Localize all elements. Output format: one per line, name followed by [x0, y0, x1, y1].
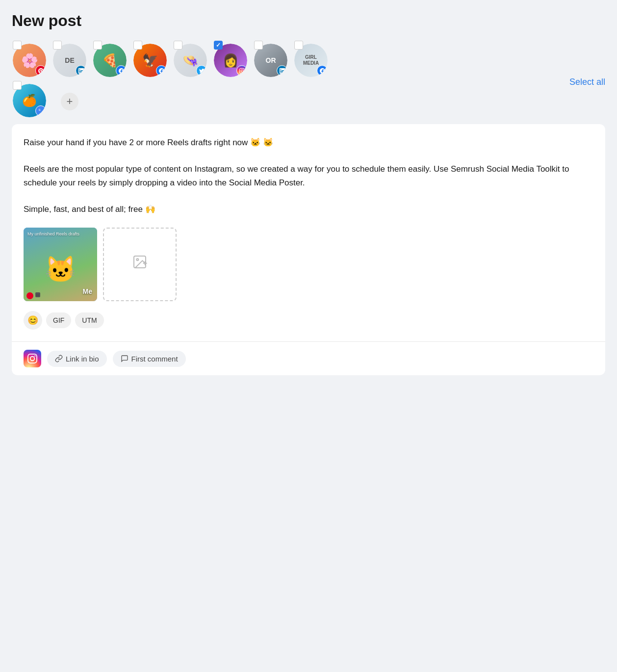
account-gmb[interactable]: 🍊 G — [12, 80, 47, 115]
account-checkbox-2[interactable] — [53, 41, 62, 50]
account-checkbox-8[interactable] — [294, 41, 303, 50]
svg-text:G: G — [38, 108, 40, 111]
comment-icon — [121, 355, 129, 362]
bottom-bar: Link in bio First comment — [12, 341, 605, 375]
post-text-area[interactable]: Raise your hand if you have 2 or more Re… — [12, 124, 605, 341]
account-checkbox-3[interactable] — [93, 41, 102, 50]
post-body-text: Raise your hand if you have 2 or more Re… — [24, 136, 593, 216]
account-checkbox-7[interactable] — [254, 41, 263, 50]
link-in-bio-label: Link in bio — [66, 355, 99, 363]
account-twitter[interactable]: 👒 — [173, 40, 208, 75]
media-thumbnail-1[interactable]: My unfinished Reels drafts 🐱 Me ··· — [24, 228, 97, 301]
account-checkbox-4[interactable] — [133, 41, 142, 50]
social-badge-facebook-3 — [317, 65, 328, 76]
account-checkbox-1[interactable] — [13, 41, 22, 50]
add-account-button[interactable]: + — [52, 84, 87, 119]
first-comment-button[interactable]: First comment — [113, 351, 186, 367]
svg-point-2 — [136, 258, 138, 260]
add-media-button[interactable] — [103, 228, 177, 301]
account-checkbox-5[interactable] — [174, 41, 182, 50]
social-badge-facebook-2 — [156, 65, 167, 76]
account-instagram[interactable]: 👩 — [213, 40, 248, 75]
account-pinterest[interactable]: 🌸 — [12, 40, 47, 75]
social-badge-pinterest — [35, 65, 46, 76]
accounts-row-1: 🌸 DE — [12, 40, 569, 75]
post-toolbar: 😊 GIF UTM — [24, 311, 593, 330]
media-area: My unfinished Reels drafts 🐱 Me ··· — [24, 228, 593, 301]
account-checkbox-6[interactable] — [214, 41, 223, 50]
account-facebook-1[interactable]: 🍕 — [92, 40, 128, 75]
first-comment-label: First comment — [131, 355, 178, 363]
social-badge-linkedin-2 — [277, 65, 287, 76]
thumb-icon-pinterest — [26, 292, 33, 299]
cat-image-label: My unfinished Reels drafts — [27, 232, 93, 236]
thumbnail-icons: ··· — [26, 292, 40, 299]
account-facebook-2[interactable]: 🦅 — [132, 40, 168, 75]
social-badge-facebook-1 — [116, 65, 127, 76]
account-checkbox-9[interactable] — [13, 81, 22, 90]
social-badge-linkedin-1 — [76, 65, 86, 76]
link-in-bio-button[interactable]: Link in bio — [47, 351, 107, 367]
account-de-linkedin[interactable]: DE — [52, 40, 87, 75]
page-title: New post — [12, 12, 605, 30]
link-icon — [55, 355, 63, 362]
utm-button[interactable]: UTM — [75, 312, 103, 328]
post-content-card: Raise your hand if you have 2 or more Re… — [12, 124, 605, 375]
thumb-icon-dots: ··· — [35, 292, 40, 297]
plus-icon: + — [61, 93, 78, 110]
emoji-button[interactable]: 😊 — [24, 311, 42, 330]
account-or-linkedin[interactable]: OR — [253, 40, 288, 75]
add-media-icon — [132, 254, 148, 273]
accounts-row-2: 🍊 G + — [12, 80, 569, 119]
cat-me-label: Me — [83, 287, 92, 295]
social-badge-twitter — [196, 65, 207, 76]
gif-button[interactable]: GIF — [46, 312, 71, 328]
instagram-icon-large — [24, 350, 41, 367]
social-badge-instagram — [236, 65, 247, 76]
select-all-button[interactable]: Select all — [569, 77, 605, 87]
account-girl-media-facebook[interactable]: GIRLMEDIA — [293, 40, 329, 75]
social-badge-gmb: G — [35, 105, 46, 116]
